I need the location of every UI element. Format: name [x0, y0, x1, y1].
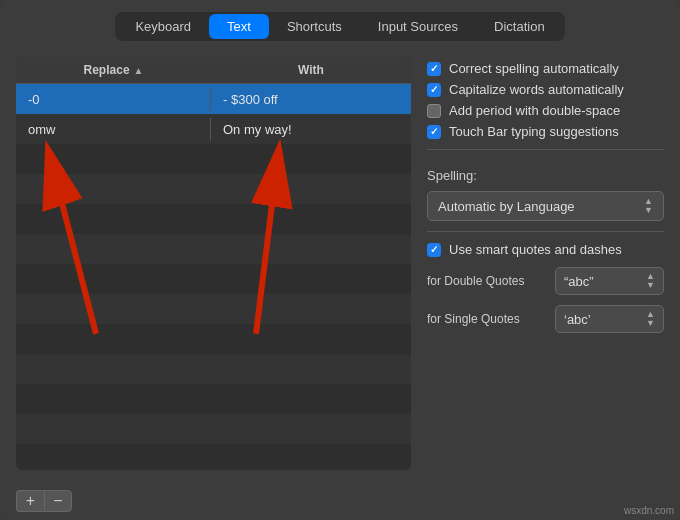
table-row[interactable]: -0 - $300 off	[16, 84, 411, 114]
right-panel: Correct spelling automatically Capitaliz…	[427, 57, 664, 470]
table-row-empty	[16, 354, 411, 384]
divider2	[427, 231, 664, 232]
checkbox-label-touch-bar: Touch Bar typing suggestions	[449, 124, 619, 139]
tab-input-sources[interactable]: Input Sources	[360, 14, 476, 39]
column-with-label: With	[298, 63, 324, 77]
checkbox-row-touch-bar: Touch Bar typing suggestions	[427, 124, 664, 139]
checkbox-row-correct-spelling: Correct spelling automatically	[427, 61, 664, 76]
table-header: Replace ▲ With	[16, 57, 411, 84]
checkbox-label-correct-spelling: Correct spelling automatically	[449, 61, 619, 76]
double-quotes-label: for Double Quotes	[427, 274, 547, 288]
table-row-empty	[16, 234, 411, 264]
tab-shortcuts[interactable]: Shortcuts	[269, 14, 360, 39]
sort-arrow: ▲	[134, 65, 144, 76]
window: Keyboard Text Shortcuts Input Sources Di…	[0, 0, 680, 520]
double-quotes-arrows-icon: ▲ ▼	[646, 272, 655, 290]
table-row-empty	[16, 204, 411, 234]
cell-replace-0: -0	[16, 88, 211, 111]
add-button[interactable]: +	[16, 490, 44, 512]
single-quotes-row: for Single Quotes ‘abc’ ▲ ▼	[427, 305, 664, 333]
checkbox-touch-bar[interactable]	[427, 125, 441, 139]
remove-button[interactable]: −	[44, 490, 72, 512]
single-quotes-value: ‘abc’	[564, 312, 591, 327]
single-quotes-arrows-icon: ▲ ▼	[646, 310, 655, 328]
checkbox-label-capitalize: Capitalize words automatically	[449, 82, 624, 97]
table-row-empty	[16, 414, 411, 444]
column-replace-label: Replace	[84, 63, 130, 77]
checkbox-period[interactable]	[427, 104, 441, 118]
tab-bar: Keyboard Text Shortcuts Input Sources Di…	[0, 0, 680, 41]
cell-with-0: - $300 off	[211, 88, 411, 111]
table-row-empty	[16, 294, 411, 324]
single-quotes-label: for Single Quotes	[427, 312, 547, 326]
checkbox-label-period: Add period with double-space	[449, 103, 620, 118]
table-row[interactable]: omw On my way!	[16, 114, 411, 144]
cell-replace-1: omw	[16, 118, 211, 141]
replace-table: Replace ▲ With -0 - $300 off omw On my w…	[16, 57, 411, 470]
spelling-dropdown-value: Automatic by Language	[438, 199, 575, 214]
tab-dictation[interactable]: Dictation	[476, 14, 563, 39]
double-quotes-row: for Double Quotes “abc” ▲ ▼	[427, 267, 664, 295]
column-with: With	[211, 63, 411, 77]
cell-with-1: On my way!	[211, 118, 411, 141]
double-quotes-value: “abc”	[564, 274, 594, 289]
checkbox-row-capitalize: Capitalize words automatically	[427, 82, 664, 97]
table-row-empty	[16, 384, 411, 414]
main-content: Replace ▲ With -0 - $300 off omw On my w…	[0, 41, 680, 482]
checkbox-label-smart-quotes: Use smart quotes and dashes	[449, 242, 622, 257]
table-row-empty	[16, 324, 411, 354]
tab-container: Keyboard Text Shortcuts Input Sources Di…	[115, 12, 564, 41]
bottom-bar: + −	[0, 482, 680, 520]
double-quotes-dropdown[interactable]: “abc” ▲ ▼	[555, 267, 664, 295]
spelling-dropdown[interactable]: Automatic by Language ▲ ▼	[427, 191, 664, 221]
column-replace: Replace ▲	[16, 63, 211, 77]
checkbox-correct-spelling[interactable]	[427, 62, 441, 76]
watermark: wsxdn.com	[624, 505, 674, 516]
table-row-empty	[16, 264, 411, 294]
table-row-empty	[16, 144, 411, 174]
checkbox-row-period: Add period with double-space	[427, 103, 664, 118]
spelling-label: Spelling:	[427, 168, 664, 183]
checkbox-row-smart-quotes: Use smart quotes and dashes	[427, 242, 664, 257]
tab-text[interactable]: Text	[209, 14, 269, 39]
checkbox-smart-quotes[interactable]	[427, 243, 441, 257]
single-quotes-dropdown[interactable]: ‘abc’ ▲ ▼	[555, 305, 664, 333]
table-row-empty	[16, 174, 411, 204]
table-body: -0 - $300 off omw On my way!	[16, 84, 411, 470]
divider	[427, 149, 664, 150]
dropdown-arrows-icon: ▲ ▼	[644, 197, 653, 215]
checkbox-capitalize[interactable]	[427, 83, 441, 97]
tab-keyboard[interactable]: Keyboard	[117, 14, 209, 39]
